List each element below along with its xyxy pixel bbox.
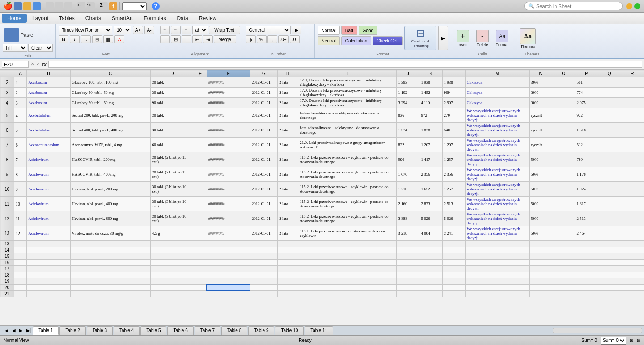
cell-f[interactable] [207,260,250,266]
cell-b[interactable]: Aciclovirum [27,197,70,211]
cell-r[interactable] [621,291,644,297]
cell-i[interactable] [298,291,397,297]
sum-icon[interactable]: Σ [100,2,108,10]
cell-c[interactable] [70,253,150,260]
cell-l[interactable] [442,241,465,247]
cell-k[interactable]: 2 356 [419,167,442,182]
cell-j[interactable]: 1 393 [397,77,419,88]
cell-d[interactable]: 30 tabl. (3 blist.po 10 szt.) [150,211,194,226]
cell-b[interactable] [27,278,70,285]
cell-o[interactable] [552,291,575,297]
cell-a[interactable] [14,241,27,247]
cell-h[interactable]: 2 lata [278,197,298,211]
cell-k[interactable]: 1 838 [419,123,442,138]
cell-q[interactable] [598,88,621,98]
percent-button[interactable]: % [257,35,267,43]
cell-r[interactable] [621,138,644,152]
cell-p[interactable] [575,247,598,253]
cell-i[interactable]: 115.2, Leki przeciwwirusowe - acyklowir … [298,211,397,226]
cell-k[interactable] [419,266,442,272]
col-header-e[interactable]: E [194,70,207,77]
cell-m[interactable]: We wszystkich zarejestrowanych wskazania… [465,108,529,123]
cell-k[interactable] [419,278,442,285]
cell-i[interactable]: 21.0, Leki przeciwzakrzepowe z grupy ant… [298,138,397,152]
col-header-p[interactable]: P [575,70,598,77]
cell-c[interactable]: Sectral 200, tabl. powl., 200 mg [70,108,150,123]
cell-o[interactable] [552,241,575,247]
maximize-icon[interactable] [634,3,640,9]
cell-m[interactable] [465,266,529,272]
cell-j[interactable] [397,266,419,272]
cell-l[interactable] [442,291,465,297]
sheet-tab-table1[interactable]: Table 1 [33,326,59,335]
cell-h[interactable] [278,260,298,266]
cell-m[interactable]: Cukrzyca [465,77,529,88]
sheet-tab-table5[interactable]: Table 5 [140,326,166,335]
cell-d[interactable] [150,278,194,285]
cell-j[interactable]: 3 294 [397,98,419,108]
view-grid-icon[interactable]: ⊟ [637,338,640,343]
cell-l[interactable]: 1 938 [442,77,465,88]
col-header-a[interactable]: A [14,70,27,77]
col-header-b[interactable]: B [27,70,70,77]
col-header-d[interactable]: D [150,70,194,77]
insert-button[interactable]: + Insert [454,29,472,48]
cell-f[interactable] [207,266,250,272]
align-left-button[interactable]: ≡ [160,26,170,34]
dec-decrease-button[interactable]: .0- [290,35,300,43]
cell-c[interactable]: HASCOVIR, tabl., 400 mg [70,167,150,182]
row-header[interactable]: 9 [0,167,14,182]
status-dropdown[interactable]: Sum= 0 [601,337,626,345]
cell-m[interactable]: We wszystkich zarejestrowanych wskazania… [465,226,529,241]
cell-n[interactable] [530,291,552,297]
cell-f[interactable]: ########## [207,197,250,211]
cell-p[interactable]: 789 [575,152,598,167]
cell-e[interactable] [194,108,207,123]
row-header[interactable]: 5 [0,108,14,123]
copy-icon[interactable] [55,2,63,10]
cell-g[interactable] [250,272,277,278]
cell-o[interactable] [552,285,575,291]
cell-m[interactable]: We wszystkich zarejestrowanych wskazania… [465,211,529,226]
cell-j[interactable] [397,272,419,278]
cell-m[interactable] [465,291,529,297]
cell-k[interactable] [419,291,442,297]
normal-style-button[interactable]: Normal [318,26,340,35]
cell-p[interactable]: 581 [575,77,598,88]
align-center-button[interactable]: ≡ [171,26,181,34]
expand-styles-button[interactable]: ▶ [438,26,448,50]
abc-select[interactable]: abc [192,26,208,34]
cell-d[interactable] [150,253,194,260]
cell-f[interactable]: ########## [207,167,250,182]
row-header[interactable]: 19 [0,278,14,285]
cell-n[interactable] [530,253,552,260]
cell-l[interactable]: 540 [442,123,465,138]
align-right-button[interactable]: ≡ [182,26,191,34]
cell-e[interactable] [194,138,207,152]
help-icon[interactable]: ? [152,2,160,10]
cell-d[interactable] [150,266,194,272]
cell-h[interactable] [278,253,298,260]
cell-h[interactable]: 2 lata [278,167,298,182]
cell-r[interactable] [621,77,644,88]
border-button[interactable]: ⊞ [92,35,102,43]
cell-k[interactable]: 1 938 [419,77,442,88]
cell-p[interactable] [575,285,598,291]
cell-o[interactable] [552,253,575,260]
cell-n[interactable] [530,266,552,272]
cell-c[interactable] [70,247,150,253]
menu-tables[interactable]: Tables [54,14,80,23]
open-icon[interactable] [23,2,31,10]
cell-e[interactable] [194,211,207,226]
cell-k[interactable]: 972 [419,108,442,123]
cell-c[interactable]: Heviran, tabl. powl., 200 mg [70,182,150,197]
cell-p[interactable]: 972 [575,108,598,123]
cell-n[interactable]: 50% [530,226,552,241]
cell-d[interactable] [150,260,194,266]
sheet-tab-table3[interactable]: Table 3 [87,326,113,335]
cell-r[interactable] [621,278,644,285]
cell-p[interactable] [575,278,598,285]
search-box[interactable]: 🔍 [524,2,623,10]
cell-c[interactable] [70,266,150,272]
row-header[interactable]: 13 [0,226,14,241]
